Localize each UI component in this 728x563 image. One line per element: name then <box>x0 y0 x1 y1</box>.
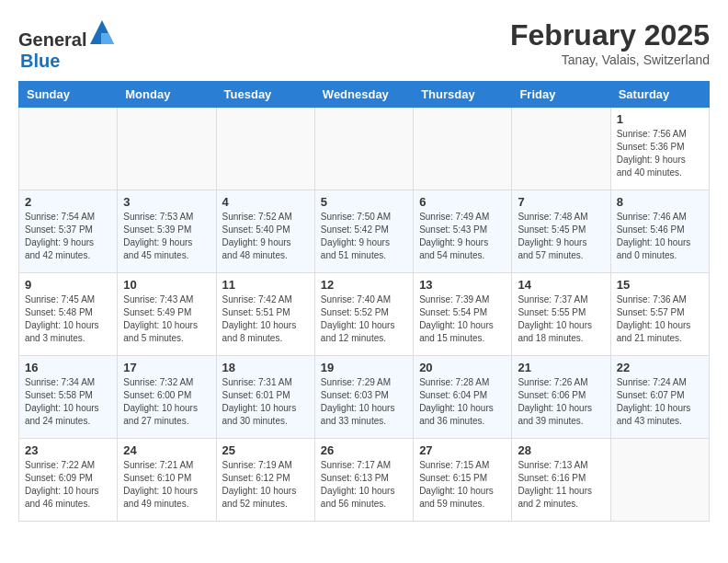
calendar-cell: 28Sunrise: 7:13 AM Sunset: 6:16 PM Dayli… <box>512 439 610 522</box>
calendar-cell <box>118 108 216 190</box>
day-number: 21 <box>518 361 604 374</box>
day-info: Sunrise: 7:50 AM Sunset: 5:42 PM Dayligh… <box>321 212 391 260</box>
calendar-week-row: 1Sunrise: 7:56 AM Sunset: 5:36 PM Daylig… <box>19 108 710 190</box>
logo-icon <box>88 18 116 46</box>
logo: General Blue <box>18 18 116 72</box>
day-number: 28 <box>518 443 604 457</box>
calendar-cell: 16Sunrise: 7:34 AM Sunset: 5:58 PM Dayli… <box>19 356 118 439</box>
calendar-cell: 18Sunrise: 7:31 AM Sunset: 6:01 PM Dayli… <box>216 356 314 439</box>
day-info: Sunrise: 7:32 AM Sunset: 6:00 PM Dayligh… <box>123 377 198 426</box>
calendar-cell: 12Sunrise: 7:40 AM Sunset: 5:52 PM Dayli… <box>314 273 413 356</box>
day-number: 7 <box>518 195 604 209</box>
calendar-cell: 9Sunrise: 7:45 AM Sunset: 5:48 PM Daylig… <box>19 273 118 356</box>
calendar-cell: 27Sunrise: 7:15 AM Sunset: 6:15 PM Dayli… <box>414 439 512 522</box>
calendar-cell: 6Sunrise: 7:49 AM Sunset: 5:43 PM Daylig… <box>414 190 512 273</box>
logo-general: General <box>18 29 86 50</box>
day-info: Sunrise: 7:13 AM Sunset: 6:16 PM Dayligh… <box>518 460 592 509</box>
day-number: 3 <box>123 195 210 209</box>
calendar-cell: 20Sunrise: 7:28 AM Sunset: 6:04 PM Dayli… <box>414 356 512 439</box>
month-year: February 2025 <box>510 18 710 52</box>
day-number: 25 <box>222 443 309 457</box>
day-number: 15 <box>617 278 703 292</box>
day-info: Sunrise: 7:37 AM Sunset: 5:55 PM Dayligh… <box>518 294 592 343</box>
calendar-cell: 5Sunrise: 7:50 AM Sunset: 5:42 PM Daylig… <box>314 190 413 273</box>
calendar-cell: 10Sunrise: 7:43 AM Sunset: 5:49 PM Dayli… <box>118 273 216 356</box>
day-info: Sunrise: 7:15 AM Sunset: 6:15 PM Dayligh… <box>419 460 494 509</box>
day-number: 10 <box>123 278 210 292</box>
day-info: Sunrise: 7:52 AM Sunset: 5:40 PM Dayligh… <box>222 212 292 260</box>
day-number: 19 <box>321 361 407 374</box>
calendar-cell <box>216 108 314 190</box>
day-info: Sunrise: 7:43 AM Sunset: 5:49 PM Dayligh… <box>123 294 198 343</box>
calendar-cell: 23Sunrise: 7:22 AM Sunset: 6:09 PM Dayli… <box>19 439 118 522</box>
location: Tanay, Valais, Switzerland <box>510 52 710 67</box>
day-number: 20 <box>419 361 506 374</box>
logo-text: General Blue <box>18 18 116 72</box>
day-info: Sunrise: 7:36 AM Sunset: 5:57 PM Dayligh… <box>617 294 691 343</box>
day-number: 5 <box>321 195 407 209</box>
calendar-cell: 24Sunrise: 7:21 AM Sunset: 6:10 PM Dayli… <box>118 439 216 522</box>
day-number: 27 <box>419 443 506 457</box>
calendar-cell: 15Sunrise: 7:36 AM Sunset: 5:57 PM Dayli… <box>610 273 709 356</box>
calendar-week-row: 2Sunrise: 7:54 AM Sunset: 5:37 PM Daylig… <box>19 190 710 273</box>
day-number: 1 <box>617 112 703 126</box>
day-number: 13 <box>419 278 506 292</box>
calendar-table: SundayMondayTuesdayWednesdayThursdayFrid… <box>18 81 710 522</box>
day-number: 8 <box>617 195 703 209</box>
calendar-cell: 1Sunrise: 7:56 AM Sunset: 5:36 PM Daylig… <box>610 108 709 190</box>
calendar-cell <box>19 108 118 190</box>
day-info: Sunrise: 7:28 AM Sunset: 6:04 PM Dayligh… <box>419 377 494 426</box>
calendar-cell: 3Sunrise: 7:53 AM Sunset: 5:39 PM Daylig… <box>118 190 216 273</box>
day-info: Sunrise: 7:53 AM Sunset: 5:39 PM Dayligh… <box>123 212 193 260</box>
calendar-cell <box>610 439 709 522</box>
day-info: Sunrise: 7:56 AM Sunset: 5:36 PM Dayligh… <box>617 129 687 178</box>
calendar-cell <box>414 108 512 190</box>
calendar-cell: 7Sunrise: 7:48 AM Sunset: 5:45 PM Daylig… <box>512 190 610 273</box>
logo-blue: Blue <box>20 51 60 71</box>
day-info: Sunrise: 7:54 AM Sunset: 5:37 PM Dayligh… <box>25 212 95 260</box>
calendar-header-row: SundayMondayTuesdayWednesdayThursdayFrid… <box>19 82 710 108</box>
day-number: 16 <box>25 361 111 374</box>
svg-marker-1 <box>101 33 114 44</box>
calendar-cell: 8Sunrise: 7:46 AM Sunset: 5:46 PM Daylig… <box>610 190 709 273</box>
day-number: 14 <box>518 278 604 292</box>
col-header-saturday: Saturday <box>610 82 709 108</box>
day-number: 26 <box>321 443 407 457</box>
day-number: 2 <box>25 195 111 209</box>
day-number: 22 <box>617 361 703 374</box>
day-info: Sunrise: 7:49 AM Sunset: 5:43 PM Dayligh… <box>419 212 489 260</box>
calendar-cell: 2Sunrise: 7:54 AM Sunset: 5:37 PM Daylig… <box>19 190 118 273</box>
day-number: 12 <box>321 278 407 292</box>
day-info: Sunrise: 7:45 AM Sunset: 5:48 PM Dayligh… <box>25 294 99 343</box>
day-info: Sunrise: 7:39 AM Sunset: 5:54 PM Dayligh… <box>419 294 494 343</box>
day-info: Sunrise: 7:31 AM Sunset: 6:01 PM Dayligh… <box>222 377 297 426</box>
calendar-week-row: 16Sunrise: 7:34 AM Sunset: 5:58 PM Dayli… <box>19 356 710 439</box>
day-info: Sunrise: 7:17 AM Sunset: 6:13 PM Dayligh… <box>321 460 395 509</box>
col-header-thursday: Thursday <box>414 82 512 108</box>
calendar-cell: 26Sunrise: 7:17 AM Sunset: 6:13 PM Dayli… <box>314 439 413 522</box>
calendar-cell: 22Sunrise: 7:24 AM Sunset: 6:07 PM Dayli… <box>610 356 709 439</box>
day-number: 23 <box>25 443 111 457</box>
day-info: Sunrise: 7:42 AM Sunset: 5:51 PM Dayligh… <box>222 294 297 343</box>
calendar-cell: 4Sunrise: 7:52 AM Sunset: 5:40 PM Daylig… <box>216 190 314 273</box>
day-number: 17 <box>123 361 210 374</box>
title-section: February 2025 Tanay, Valais, Switzerland <box>510 18 710 67</box>
day-info: Sunrise: 7:48 AM Sunset: 5:45 PM Dayligh… <box>518 212 587 260</box>
day-number: 9 <box>25 278 111 292</box>
calendar-cell: 11Sunrise: 7:42 AM Sunset: 5:51 PM Dayli… <box>216 273 314 356</box>
day-info: Sunrise: 7:40 AM Sunset: 5:52 PM Dayligh… <box>321 294 395 343</box>
day-info: Sunrise: 7:22 AM Sunset: 6:09 PM Dayligh… <box>25 460 99 509</box>
calendar-cell: 14Sunrise: 7:37 AM Sunset: 5:55 PM Dayli… <box>512 273 610 356</box>
day-number: 11 <box>222 278 309 292</box>
calendar-week-row: 23Sunrise: 7:22 AM Sunset: 6:09 PM Dayli… <box>19 439 710 522</box>
day-number: 4 <box>222 195 309 209</box>
day-info: Sunrise: 7:19 AM Sunset: 6:12 PM Dayligh… <box>222 460 297 509</box>
calendar-cell: 13Sunrise: 7:39 AM Sunset: 5:54 PM Dayli… <box>414 273 512 356</box>
col-header-friday: Friday <box>512 82 610 108</box>
col-header-tuesday: Tuesday <box>216 82 314 108</box>
day-number: 6 <box>419 195 506 209</box>
day-info: Sunrise: 7:46 AM Sunset: 5:46 PM Dayligh… <box>617 212 691 260</box>
day-info: Sunrise: 7:24 AM Sunset: 6:07 PM Dayligh… <box>617 377 691 426</box>
day-number: 24 <box>123 443 210 457</box>
col-header-wednesday: Wednesday <box>314 82 413 108</box>
